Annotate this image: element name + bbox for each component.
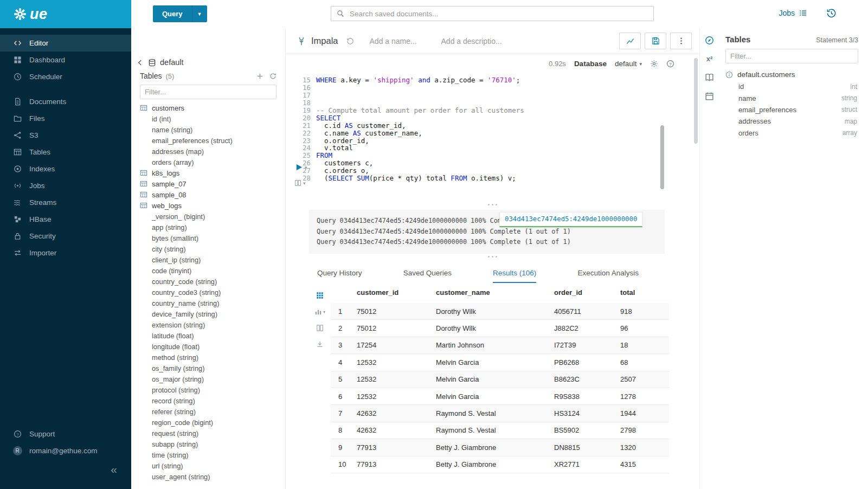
tree-column[interactable]: os_family (string): [131, 363, 285, 374]
tree-column[interactable]: url (string): [131, 460, 285, 471]
right-column-name[interactable]: namestring: [725, 92, 858, 104]
save-button[interactable]: [645, 33, 666, 49]
code-line[interactable]: 25FROM: [286, 152, 699, 159]
table-row[interactable]: 842632Raymond S. VestalBS59022798: [331, 422, 669, 439]
tree-column[interactable]: country_code (string): [131, 276, 285, 287]
assist-toggle-button[interactable]: [705, 36, 714, 45]
sidebar-item-hbase[interactable]: HBase: [0, 211, 131, 228]
code-line[interactable]: 27 c.orders o,: [286, 167, 699, 175]
schedule-button[interactable]: [705, 92, 714, 101]
code-editor[interactable]: 15WHERE a.key = 'shipping' and a.zip_cod…: [286, 73, 699, 202]
code-line[interactable]: 21 c.id AS customer_id,: [286, 122, 699, 130]
sidebar-item-dashboard[interactable]: Dashboard: [0, 52, 131, 68]
more-actions-button[interactable]: [670, 33, 692, 49]
query-id-tooltip[interactable]: 034d413ec7474ed5:4249de1000000000: [499, 212, 642, 227]
right-column-addresses[interactable]: addressesmap: [725, 115, 858, 127]
right-column-email_preferences[interactable]: email_preferencesstruct: [725, 104, 858, 115]
query-button-label[interactable]: Query: [153, 5, 192, 22]
language-reference-button[interactable]: [705, 73, 714, 82]
tree-column[interactable]: extension (string): [131, 319, 285, 330]
breadcrumb-database[interactable]: default: [160, 58, 184, 67]
table-row[interactable]: 412532Melvin GarciaPB626868: [331, 354, 669, 371]
sidebar-item-user[interactable]: R romain@gethue.com: [0, 442, 131, 459]
tree-column[interactable]: addresses (map): [131, 146, 285, 157]
format-options-button[interactable]: ▾: [294, 179, 306, 186]
grid-view-button[interactable]: [316, 292, 324, 299]
functions-button[interactable]: x²: [706, 55, 713, 63]
chart-settings-button[interactable]: [619, 33, 641, 49]
query-history-button[interactable]: [826, 8, 837, 18]
execute-options-caret[interactable]: ▾: [305, 165, 307, 170]
code-line[interactable]: 23 o.order_id,: [286, 137, 699, 145]
tab-saved-queries[interactable]: Saved Queries: [403, 269, 452, 283]
tree-column[interactable]: latitude (float): [131, 330, 285, 341]
jobs-link[interactable]: Jobs: [779, 9, 807, 17]
logs-resize-handle[interactable]: [286, 202, 699, 207]
code-line[interactable]: 22 c.name AS customer_name,: [286, 130, 699, 137]
tree-column[interactable]: bytes (smallint): [131, 233, 285, 243]
table-row[interactable]: 275012Dorothy WilkJ882C296: [331, 320, 669, 337]
main-scrollbar[interactable]: [694, 58, 698, 144]
query-dropdown-caret[interactable]: ▼: [192, 5, 207, 22]
global-search[interactable]: [331, 6, 654, 21]
tree-column[interactable]: request (string): [131, 428, 285, 439]
download-results-button[interactable]: [316, 340, 324, 348]
tree-column[interactable]: device_family (string): [131, 308, 285, 319]
right-column-id[interactable]: idint: [725, 81, 858, 92]
table-row[interactable]: 612532Melvin GarciaR9S8381278: [331, 388, 669, 405]
sidebar-item-files[interactable]: Files: [0, 110, 131, 127]
tab-results[interactable]: Results (106): [493, 269, 536, 283]
hue-logo[interactable]: ue: [0, 0, 131, 28]
sidebar-item-security[interactable]: Security: [0, 228, 131, 244]
tab-execution-analysis[interactable]: Execution Analysis: [577, 269, 639, 283]
results-resize-handle[interactable]: [286, 254, 699, 259]
code-line[interactable]: 17: [286, 92, 699, 99]
assist-filter-input[interactable]: [140, 85, 277, 99]
code-line[interactable]: 19-- Compute total amount per order for …: [286, 107, 699, 114]
tree-column[interactable]: subapp (string): [131, 439, 285, 449]
sidebar-item-streams[interactable]: Streams: [0, 194, 131, 211]
database-selector[interactable]: default ▾: [615, 60, 642, 68]
tree-column[interactable]: record (string): [131, 395, 285, 406]
sidebar-item-documents[interactable]: Documents: [0, 93, 131, 110]
query-name-input[interactable]: [369, 36, 425, 46]
table-row[interactable]: 175012Dorothy Wilk4056711918: [331, 303, 669, 320]
collapse-sidebar-button[interactable]: «: [111, 464, 117, 475]
settings-gear-icon[interactable]: [650, 60, 658, 68]
code-line[interactable]: 16: [286, 84, 699, 92]
help-icon[interactable]: ?: [666, 60, 674, 68]
tree-column[interactable]: region_code (bigint): [131, 417, 285, 428]
tree-column[interactable]: code (tinyint): [131, 265, 285, 276]
table-row[interactable]: 512532Melvin GarciaB8623C2507: [331, 371, 669, 388]
search-input[interactable]: [349, 9, 648, 18]
columns-view-button[interactable]: [316, 324, 324, 332]
tree-column[interactable]: email_preferences (struct): [131, 135, 285, 146]
sidebar-item-jobs[interactable]: Jobs: [0, 177, 131, 194]
execute-button[interactable]: ▾: [295, 163, 307, 171]
engine-selector[interactable]: Impala: [297, 36, 338, 46]
active-table-row[interactable]: default.customers: [725, 70, 858, 79]
tree-table-web_logs[interactable]: web_logs: [131, 200, 285, 211]
column-header[interactable]: total: [620, 288, 669, 297]
tree-column[interactable]: method (string): [131, 352, 285, 363]
tree-column[interactable]: country_name (string): [131, 298, 285, 308]
code-scrollbar[interactable]: [660, 125, 664, 189]
sidebar-item-editor[interactable]: Editor: [0, 35, 131, 52]
tree-column[interactable]: user_agent (string): [131, 471, 285, 482]
column-header[interactable]: order_id: [554, 288, 620, 297]
tree-column[interactable]: referer (string): [131, 406, 285, 417]
tree-column[interactable]: os_major (string): [131, 374, 285, 384]
tree-column[interactable]: protocol (string): [131, 384, 285, 395]
tab-query-history[interactable]: Query History: [317, 269, 362, 283]
query-description-input[interactable]: [440, 36, 506, 46]
column-header[interactable]: customer_name: [436, 288, 554, 297]
sidebar-item-importer[interactable]: Importer: [0, 244, 131, 261]
column-header[interactable]: customer_id: [357, 288, 436, 297]
sidebar-item-scheduler[interactable]: Scheduler: [0, 68, 131, 85]
sidebar-item-indexes[interactable]: Indexes: [0, 160, 131, 177]
sidebar-item-s3[interactable]: S3: [0, 127, 131, 144]
tree-table-sample_08[interactable]: sample_08: [131, 189, 285, 200]
right-filter-input[interactable]: [725, 49, 858, 63]
tree-column[interactable]: longitude (float): [131, 341, 285, 352]
tree-column[interactable]: city (string): [131, 243, 285, 254]
